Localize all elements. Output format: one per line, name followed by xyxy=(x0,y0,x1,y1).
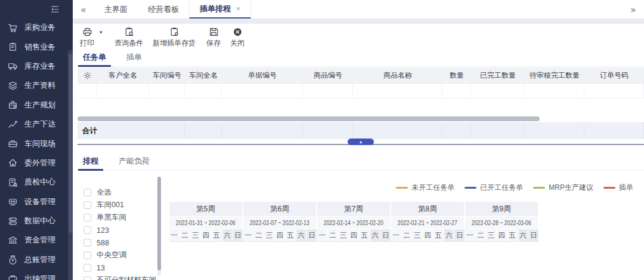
column-header[interactable]: 待审核完工数量 xyxy=(525,70,584,81)
checkbox[interactable] xyxy=(83,214,91,221)
weekday-cell: 五 xyxy=(286,229,296,241)
column-header[interactable]: 数量 xyxy=(442,70,471,81)
table-cell[interactable] xyxy=(97,84,149,98)
table-cell[interactable] xyxy=(471,84,525,98)
sidebar-item-label: 数据中心 xyxy=(24,216,55,226)
column-header[interactable]: 单据编号 xyxy=(222,70,303,81)
weekday-cell: 二 xyxy=(402,229,413,241)
table-cell[interactable] xyxy=(525,84,584,98)
document-tab-1[interactable]: 经营看板 xyxy=(138,0,189,19)
table-cell[interactable] xyxy=(584,84,644,98)
table-cell[interactable] xyxy=(149,84,185,98)
sidebar-scrollbar[interactable] xyxy=(68,50,73,280)
tab-label: 产能负荷 xyxy=(119,156,150,167)
legend-label: 未开工任务单 xyxy=(411,183,454,193)
table-cell[interactable] xyxy=(222,84,303,98)
weekday-cell: 三 xyxy=(190,229,201,241)
workshop-option-5[interactable]: 中央空调 xyxy=(78,249,162,261)
sidebar-item-moneybag[interactable]: 总账管理 xyxy=(0,250,73,269)
weekday-cell: 四 xyxy=(423,229,434,241)
checkbox[interactable] xyxy=(83,264,91,272)
checkbox[interactable] xyxy=(83,251,91,259)
document-tab-0[interactable]: 主界面 xyxy=(94,0,138,19)
workshop-option-7[interactable]: 不可分割材料车间 xyxy=(78,274,162,280)
sidebar-item-database[interactable]: 数据中心 xyxy=(0,211,73,230)
workshop-option-1[interactable]: 车间001 xyxy=(78,199,162,211)
table-row[interactable] xyxy=(78,84,644,99)
sidebar-item-bank[interactable]: 资金管理 xyxy=(0,230,73,250)
weekday-cell: 四 xyxy=(201,229,212,241)
table-cell[interactable] xyxy=(303,84,353,98)
sidebar-item-device[interactable]: 设备管理 xyxy=(0,192,73,211)
toolbar-button-close-circle[interactable]: 关闭 xyxy=(230,27,244,48)
sidebar-item-inspection[interactable]: 质检中心 xyxy=(0,173,73,192)
print-dropdown-icon[interactable]: ▾ xyxy=(100,29,103,35)
legend-label: 已开工任务单 xyxy=(480,183,523,193)
sidebar: 采购业务 销售业务 库存业务 生产资料 xyxy=(0,0,73,280)
table-cell[interactable] xyxy=(353,84,442,98)
workshop-option-4[interactable]: 588 xyxy=(78,236,162,249)
column-header[interactable]: 已完工数量 xyxy=(471,70,525,81)
weekday-cell: 二 xyxy=(476,229,487,241)
tab-scroll-left-icon[interactable]: « xyxy=(73,0,94,19)
document-tab-2[interactable]: 插单排程 × xyxy=(189,0,251,19)
table-cell[interactable] xyxy=(442,84,471,98)
sidebar-item-wallet[interactable]: 出纳管理 xyxy=(0,269,73,280)
toolbar-button-search-doc[interactable]: 查询条件 xyxy=(114,27,143,48)
sidebar-item-layers[interactable]: 生产资料 xyxy=(0,76,73,95)
filter-scrollbar[interactable] xyxy=(157,177,161,276)
weekday-cell: 日 xyxy=(380,229,391,241)
sidebar-item-cart[interactable]: 采购业务 xyxy=(0,18,73,37)
sidebar-item-outsource[interactable]: 委外管理 xyxy=(0,153,73,173)
sidebar-item-clipboard[interactable]: 销售业务 xyxy=(0,37,73,56)
schedule-tab-1[interactable]: 产能负荷 xyxy=(113,152,155,170)
workshop-option-6[interactable]: 13 xyxy=(78,261,162,274)
workshop-option-0[interactable]: 全选 xyxy=(78,186,162,199)
sidebar-item-toolbox[interactable]: 车间现场 xyxy=(0,134,73,153)
panel-splitter[interactable]: ▲ xyxy=(78,144,644,145)
collapse-panel-button[interactable]: ▲ xyxy=(348,139,374,145)
device-icon xyxy=(8,196,18,207)
sidebar-item-truck[interactable]: 库存业务 xyxy=(0,57,73,76)
tab-scroll-right-icon[interactable]: » xyxy=(623,0,644,19)
checkbox[interactable] xyxy=(83,239,91,247)
column-header[interactable]: 商品编号 xyxy=(303,70,353,81)
checkbox-label: 588 xyxy=(97,239,109,247)
horizontal-scrollbar[interactable] xyxy=(78,116,644,121)
toolbar-button-add-doc[interactable]: 新增插单存货 xyxy=(153,27,196,48)
checkbox[interactable] xyxy=(83,189,91,196)
task-tab-1[interactable]: 插单 xyxy=(121,48,147,66)
toolbar-button-save[interactable]: 保存 xyxy=(206,27,221,48)
column-header[interactable]: 车间全名 xyxy=(185,70,222,81)
column-header[interactable]: 订单号码 xyxy=(584,70,644,81)
legend-label: MRP生产建议 xyxy=(549,183,593,193)
column-header[interactable]: 商品名称 xyxy=(353,70,442,81)
workshop-option-3[interactable]: 123 xyxy=(78,224,162,236)
table-cell[interactable] xyxy=(185,84,222,98)
workshop-option-2[interactable]: 单黑车间 xyxy=(78,211,162,224)
close-tab-icon[interactable]: × xyxy=(236,5,240,13)
sidebar-item-dispatch[interactable]: 生产下达 xyxy=(0,115,73,134)
sidebar-item-plan[interactable]: 生产规划 xyxy=(0,96,73,115)
sidebar-item-label: 销售业务 xyxy=(24,42,55,53)
checkbox[interactable] xyxy=(83,201,91,209)
toolbar-button-label: 新增插单存货 xyxy=(153,38,196,48)
checkbox[interactable] xyxy=(83,276,91,280)
toolbar-button-label: 保存 xyxy=(206,38,221,48)
collapse-menu-icon[interactable] xyxy=(49,5,61,14)
weekday-row: 一二三四五六日一二三四五六日一二三四五六日一二三四五六日一二三四五六日 xyxy=(169,229,539,242)
task-tab-0[interactable]: 任务单 xyxy=(78,48,112,66)
column-settings-icon[interactable] xyxy=(78,71,97,80)
horizontal-scrollbar-thumb[interactable] xyxy=(78,116,540,121)
legend: 未开工任务单 已开工任务单 MRP生产建议 xyxy=(396,183,633,193)
sidebar-scrollbar-thumb[interactable] xyxy=(69,54,72,233)
schedule-tab-0[interactable]: 排程 xyxy=(78,152,104,170)
filter-scrollbar-thumb[interactable] xyxy=(157,177,161,270)
weekday-cell: 六 xyxy=(444,229,455,241)
column-header[interactable]: 车间编号 xyxy=(149,70,185,81)
checkbox[interactable] xyxy=(83,226,91,234)
table-cell[interactable] xyxy=(78,84,97,98)
toolbar-button-printer[interactable]: ▾ 打印 xyxy=(80,27,94,48)
document-tab-label: 经营看板 xyxy=(148,4,179,15)
column-header[interactable]: 客户全名 xyxy=(97,70,149,81)
